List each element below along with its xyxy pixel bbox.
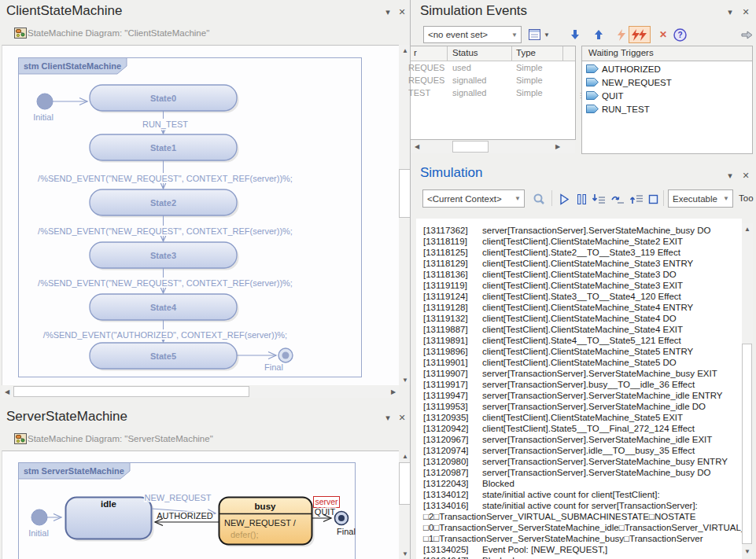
log-row[interactable]: □2□TransactionServer_VIRTUAL_SUBMACHINES… (423, 511, 742, 522)
waiting-trigger-item[interactable]: NEW_REQUEST (586, 77, 672, 87)
log-row[interactable]: [13119119]client[TestClient].ClientState… (423, 280, 742, 291)
play-icon[interactable] (557, 191, 571, 207)
log-row[interactable]: [13119917]server[TransactionServer].busy… (423, 379, 742, 390)
trigger-event-icon[interactable] (616, 28, 627, 42)
log-row[interactable]: [13119891]client[TestClient].State4__TO_… (423, 335, 742, 346)
tools-label[interactable]: Too (739, 193, 754, 203)
mode-combobox[interactable]: Executable ▼ (668, 189, 733, 208)
log-row[interactable]: □1□TransactionServer_ServerStateMachine_… (423, 533, 742, 544)
delete-icon[interactable]: ✕ (657, 28, 669, 42)
chevron-down-icon[interactable]: ▼ (508, 31, 521, 39)
transition-label[interactable]: /%SEND_EVENT("AUTHORIZED", CONTEXT_REF(s… (43, 330, 287, 340)
trigger-multiple-icon[interactable] (629, 26, 651, 43)
log-row[interactable]: [13120942]client[TestClient].State5__TO_… (423, 423, 742, 434)
log-row[interactable]: [13118119]client[TestClient].ClientState… (423, 236, 742, 247)
transition-authorized-label[interactable]: AUTHORIZED (157, 511, 213, 520)
waiting-trigger-item[interactable]: AUTHORIZED (586, 64, 661, 74)
log-row[interactable]: [13119953]server[TransactionServer].Serv… (423, 401, 742, 412)
client-diagram-canvas[interactable]: stm ClientStateMachine Initial State0Sta… (2, 45, 399, 385)
transition-label[interactable]: /%SEND_EVENT("NEW_REQUEST", CONTEXT_REF(… (38, 278, 293, 288)
panel-close-icon[interactable]: ✕ (396, 412, 408, 423)
panel-menu-chevron-icon[interactable]: ▾ (382, 6, 393, 17)
scroll-left-icon[interactable]: ◀ (2, 386, 13, 398)
log-row[interactable]: [13120987]server[TransactionServer].Serv… (423, 467, 742, 478)
log-row[interactable]: [13120980]server[TransactionServer].Serv… (423, 456, 742, 467)
log-row[interactable]: [13134047]Blocked (423, 555, 742, 559)
search-icon[interactable] (531, 191, 547, 207)
transition-new-request-label[interactable]: NEW_REQUEST (145, 493, 212, 502)
log-row[interactable]: [13120935]client[TestClient].ClientState… (423, 412, 742, 423)
server-diagram-canvas[interactable]: stm ServerStateMachine Initial idle busy… (2, 451, 399, 559)
log-row[interactable]: [13118129]client[TestClient].ClientState… (423, 258, 742, 269)
scroll-down-icon[interactable]: ▼ (742, 546, 753, 557)
scroll-thumb[interactable] (399, 462, 411, 505)
events-table-row[interactable]: REQUESusedSimple (411, 63, 575, 75)
scroll-right-icon[interactable]: ▶ (552, 141, 563, 153)
log-row[interactable]: [13118136]client[TestClient].ClientState… (423, 269, 742, 280)
events-table-row[interactable]: REQUESsignalledSimple (411, 75, 575, 88)
scroll-right-icon[interactable]: ▶ (388, 386, 399, 398)
log-row[interactable]: [13119124]client[TestClient].State3__TO_… (423, 291, 742, 302)
events-table-row[interactable]: TESTsignalledSimple (411, 88, 575, 101)
log-row[interactable]: [13119947]server[TransactionServer].Serv… (423, 390, 742, 401)
scroll-thumb[interactable] (399, 169, 411, 218)
column-header[interactable]: r (414, 48, 417, 57)
move-up-icon[interactable] (592, 28, 605, 42)
event-list-icon[interactable] (527, 28, 541, 42)
context-combobox[interactable]: <Current Context> ▼ (422, 189, 525, 208)
log-row[interactable]: [13119128]client[TestClient].ClientState… (423, 302, 742, 313)
log-row[interactable]: [13119907]server[TransactionServer].Serv… (423, 368, 742, 379)
column-header[interactable]: Type (516, 48, 536, 57)
log-row[interactable]: [13134016]state/initial active count for… (423, 500, 742, 511)
chevron-down-icon[interactable]: ▼ (511, 195, 524, 202)
client-hscrollbar[interactable]: ◀ ▶ (2, 386, 399, 398)
scroll-thumb[interactable] (452, 141, 489, 153)
column-header[interactable]: Status (452, 48, 478, 57)
log-row[interactable]: [13122043]Blocked (423, 478, 742, 489)
log-row[interactable]: [13120967]server[TransactionServer].Serv… (423, 434, 742, 445)
help-icon[interactable]: ? (673, 28, 687, 42)
panel-close-icon[interactable]: ✕ (740, 170, 751, 181)
pause-icon[interactable] (574, 191, 588, 207)
log-row[interactable]: □0□TransactionServer_ServerStateMachine_… (423, 522, 742, 533)
transition-quit-label[interactable]: QUIT (315, 507, 336, 517)
step-into-icon[interactable] (591, 191, 607, 207)
step-out-icon[interactable] (629, 191, 644, 207)
waiting-trigger-item[interactable]: RUN_TEST (586, 104, 650, 114)
panel-close-icon[interactable]: ✕ (396, 6, 408, 17)
waiting-trigger-item[interactable]: QUIT (586, 90, 623, 101)
log-row[interactable]: [13119887]client[TestClient].ClientState… (423, 324, 742, 335)
panel-menu-chevron-icon[interactable]: ▾ (382, 412, 393, 423)
log-row[interactable]: [13118125]client[TestClient].State2__TO_… (423, 247, 742, 258)
log-row[interactable]: [13134012]state/initial active count for… (423, 489, 742, 500)
log-row[interactable]: [13120974]server[TransactionServer].idle… (423, 445, 742, 456)
panel-menu-chevron-icon[interactable]: ▾ (725, 170, 736, 181)
log-vscrollbar[interactable]: ▲ ▼ (742, 223, 753, 557)
scroll-up-icon[interactable]: ▲ (742, 223, 753, 234)
transition-label[interactable]: /%SEND_EVENT("NEW_REQUEST", CONTEXT_REF(… (38, 174, 293, 183)
event-list-caret-icon[interactable]: ▼ (543, 28, 551, 42)
log-row[interactable]: [13119896]client[TestClient].ClientState… (423, 346, 742, 357)
initial-node[interactable] (37, 94, 53, 109)
panel-close-icon[interactable]: ✕ (740, 6, 751, 17)
step-over-icon[interactable] (610, 191, 625, 207)
log-row[interactable]: [13134025]Event Pool: [NEW_REQUEST,] (423, 544, 742, 555)
transition-label[interactable]: RUN_TEST (142, 120, 188, 129)
event-set-combobox[interactable]: <no event set> ▼ (423, 26, 522, 43)
simulation-log[interactable]: [13117362]server[TransactionServer].Serv… (416, 219, 742, 559)
stop-icon[interactable] (646, 191, 660, 207)
log-row[interactable]: [13119901]client[TestClient].ClientState… (423, 357, 742, 368)
log-row[interactable]: [13117362]server[TransactionServer].Serv… (423, 225, 742, 236)
panel-menu-chevron-icon[interactable]: ▾ (725, 6, 736, 17)
log-row[interactable]: [13119132]client[TestClient].ClientState… (423, 313, 742, 324)
scroll-thumb[interactable] (13, 386, 249, 397)
scroll-thumb[interactable] (742, 344, 752, 544)
transition-label[interactable]: /%SEND_EVENT("NEW_REQUEST", CONTEXT_REF(… (38, 226, 293, 236)
initial-node[interactable] (31, 509, 47, 525)
scroll-left-icon[interactable]: ◀ (411, 141, 422, 153)
chevron-down-icon[interactable]: ▼ (720, 195, 732, 202)
move-down-icon[interactable] (569, 28, 581, 42)
pane-splitter[interactable]: ⋮ (577, 94, 580, 105)
forward-icon[interactable] (739, 28, 754, 42)
events-table-hscrollbar[interactable]: ◀ ▶ (411, 141, 575, 153)
